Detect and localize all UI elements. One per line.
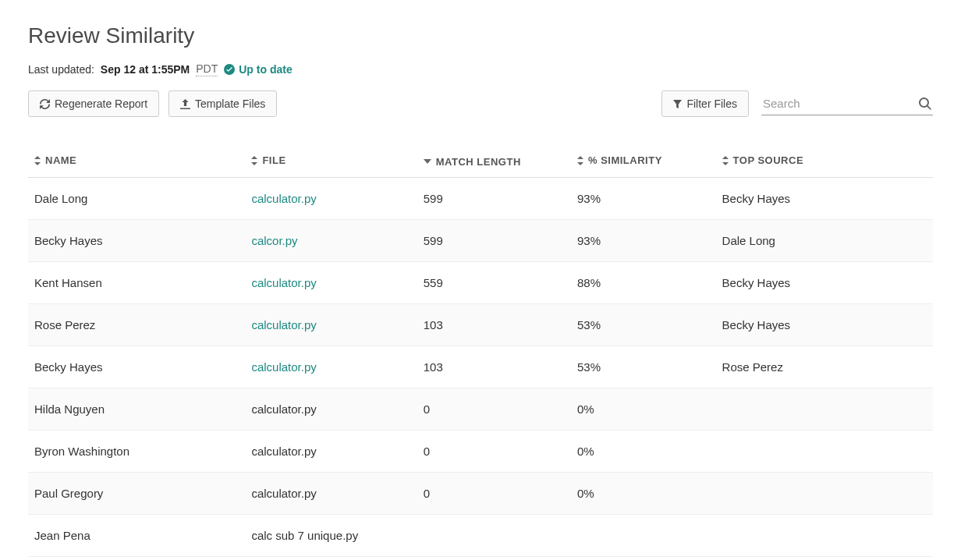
cell-match-length — [417, 514, 571, 556]
cell-similarity: 53% — [571, 346, 716, 388]
cell-file: calculator.py — [245, 430, 417, 472]
column-name-label: NAME — [45, 154, 76, 166]
sort-icon — [722, 156, 729, 165]
table-row: Becky Hayescalcor.py59993%Dale Long — [28, 219, 933, 261]
cell-name: Paul Gregory — [28, 472, 245, 514]
column-header-source[interactable]: TOP SOURCE — [722, 154, 803, 166]
cell-top-source: Becky Hayes — [716, 177, 933, 219]
cell-match-length: 0 — [417, 472, 571, 514]
cell-name: Becky Hayes — [28, 219, 245, 261]
similarity-table: NAME FILE MATCH LENGTH % SIMILARITY — [28, 145, 933, 557]
toolbar-left: Regenerate Report Template Files — [28, 90, 277, 117]
column-match-label: MATCH LENGTH — [436, 156, 521, 168]
cell-similarity: 53% — [571, 303, 716, 346]
filter-label: Filter Files — [686, 97, 737, 110]
cell-name: Hilda Nguyen — [28, 388, 245, 430]
sort-icon — [577, 156, 583, 165]
sort-icon — [34, 156, 41, 165]
cell-name: Becky Hayes — [28, 346, 245, 388]
cell-name: Rose Perez — [28, 303, 245, 346]
cell-top-source — [716, 430, 933, 472]
cell-top-source: Rose Perez — [716, 346, 933, 388]
column-file-label: FILE — [262, 154, 285, 166]
upload-icon — [180, 99, 190, 109]
cell-file: calculator.py — [245, 388, 417, 430]
regenerate-label: Regenerate Report — [55, 97, 147, 110]
last-updated-row: Last updated: Sep 12 at 1:55PM PDT Up to… — [28, 62, 933, 76]
page-title: Review Similarity — [28, 23, 933, 48]
cell-similarity: 93% — [571, 219, 716, 261]
column-header-similarity[interactable]: % SIMILARITY — [577, 154, 662, 166]
cell-file: calculator.py — [245, 472, 417, 514]
cell-similarity: 88% — [571, 261, 716, 303]
column-header-match[interactable]: MATCH LENGTH — [424, 156, 521, 168]
sort-down-icon — [424, 159, 431, 164]
column-source-label: TOP SOURCE — [733, 154, 803, 166]
search-field-wrap — [761, 92, 933, 115]
cell-file[interactable]: calculator.py — [245, 261, 417, 303]
refresh-icon — [40, 99, 50, 109]
table-row: Byron Washingtoncalculator.py00% — [28, 430, 933, 472]
column-similarity-label: % SIMILARITY — [588, 154, 662, 166]
search-icon[interactable] — [919, 97, 931, 110]
cell-top-source — [716, 388, 933, 430]
table-body: Dale Longcalculator.py59993%Becky HayesB… — [28, 177, 933, 556]
cell-match-length: 599 — [417, 219, 571, 261]
template-label: Template Files — [195, 97, 265, 110]
cell-file: calc sub 7 unique.py — [245, 514, 417, 556]
table-row: Kent Hansencalculator.py55988%Becky Haye… — [28, 261, 933, 303]
cell-name: Jean Pena — [28, 514, 245, 556]
cell-top-source — [716, 514, 933, 556]
template-files-button[interactable]: Template Files — [168, 90, 277, 117]
cell-match-length: 103 — [417, 346, 571, 388]
last-updated-date: Sep 12 at 1:55PM — [101, 63, 190, 76]
cell-file[interactable]: calcor.py — [245, 219, 417, 261]
check-circle-icon — [224, 64, 235, 75]
regenerate-report-button[interactable]: Regenerate Report — [28, 90, 159, 117]
cell-similarity — [571, 514, 716, 556]
cell-top-source: Becky Hayes — [716, 261, 933, 303]
table-row: Rose Perezcalculator.py10353%Becky Hayes — [28, 303, 933, 346]
cell-similarity: 0% — [571, 388, 716, 430]
cell-name: Byron Washington — [28, 430, 245, 472]
cell-top-source: Becky Hayes — [716, 303, 933, 346]
cell-match-length: 559 — [417, 261, 571, 303]
table-row: Hilda Nguyencalculator.py00% — [28, 388, 933, 430]
search-input[interactable] — [761, 92, 933, 115]
table-row: Paul Gregorycalculator.py00% — [28, 472, 933, 514]
cell-file[interactable]: calculator.py — [245, 346, 417, 388]
column-header-file[interactable]: FILE — [251, 154, 285, 166]
cell-file[interactable]: calculator.py — [245, 303, 417, 346]
cell-file[interactable]: calculator.py — [245, 177, 417, 219]
toolbar: Regenerate Report Template Files Filter … — [28, 90, 933, 117]
filter-icon — [673, 100, 682, 108]
table-row: Becky Hayescalculator.py10353%Rose Perez — [28, 346, 933, 388]
cell-similarity: 93% — [571, 177, 716, 219]
cell-top-source — [716, 472, 933, 514]
cell-match-length: 103 — [417, 303, 571, 346]
cell-top-source: Dale Long — [716, 219, 933, 261]
status-badge: Up to date — [224, 63, 292, 76]
filter-files-button[interactable]: Filter Files — [661, 90, 749, 117]
toolbar-right: Filter Files — [661, 90, 933, 117]
status-label: Up to date — [239, 63, 292, 76]
last-updated-label: Last updated: — [28, 63, 94, 76]
cell-name: Dale Long — [28, 177, 245, 219]
cell-match-length: 599 — [417, 177, 571, 219]
cell-similarity: 0% — [571, 472, 716, 514]
table-row: Jean Penacalc sub 7 unique.py — [28, 514, 933, 556]
last-updated-tz: PDT — [196, 62, 218, 76]
table-row: Dale Longcalculator.py59993%Becky Hayes — [28, 177, 933, 219]
cell-match-length: 0 — [417, 430, 571, 472]
sort-icon — [251, 156, 257, 165]
cell-similarity: 0% — [571, 430, 716, 472]
table-header-row: NAME FILE MATCH LENGTH % SIMILARITY — [28, 145, 933, 177]
cell-name: Kent Hansen — [28, 261, 245, 303]
column-header-name[interactable]: NAME — [34, 154, 76, 166]
cell-match-length: 0 — [417, 388, 571, 430]
